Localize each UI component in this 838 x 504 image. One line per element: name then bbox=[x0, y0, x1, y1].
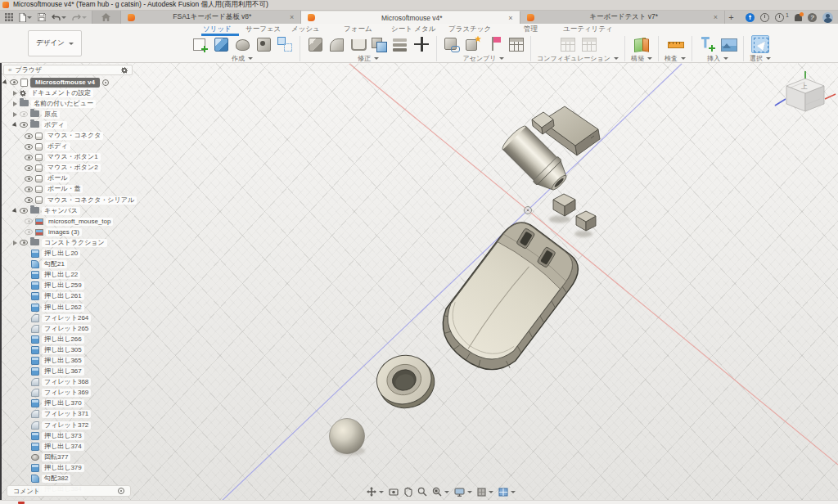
group-label-select[interactable]: 選択 bbox=[750, 54, 771, 63]
tab-mesh[interactable]: メッシュ bbox=[291, 25, 320, 34]
joint-origin-icon[interactable] bbox=[485, 35, 503, 53]
configuration-table-icon[interactable] bbox=[579, 35, 597, 53]
group-label-inspect[interactable]: 検査 bbox=[665, 54, 686, 63]
extrude-icon[interactable] bbox=[212, 35, 230, 53]
document-tab-fsa1[interactable]: FSA1キーボード基板 v8* × bbox=[121, 11, 301, 24]
expand-icon[interactable] bbox=[12, 208, 19, 214]
tree-item-canvas[interactable]: images (3) bbox=[3, 227, 133, 237]
tree-item-origin[interactable]: 原点 bbox=[3, 109, 133, 119]
feature-item[interactable]: 勾配382 bbox=[3, 473, 133, 484]
gear-icon[interactable] bbox=[121, 67, 128, 74]
user-avatar[interactable] bbox=[822, 12, 833, 23]
visibility-eye-icon[interactable] bbox=[20, 122, 28, 128]
move-copy-icon[interactable] bbox=[412, 35, 430, 53]
undo-button[interactable] bbox=[52, 14, 66, 21]
visibility-eye-icon[interactable] bbox=[25, 176, 33, 182]
tree-item-construction-folder[interactable]: コンストラクション bbox=[3, 237, 133, 248]
collapse-panel-icon[interactable]: « bbox=[8, 66, 11, 74]
feature-item[interactable]: フィレット265 bbox=[3, 323, 133, 334]
document-tab-keyboard-test[interactable]: キーボードテスト v7* × bbox=[520, 11, 725, 24]
feature-item[interactable]: 押し出し367 bbox=[3, 367, 133, 377]
save-icon[interactable] bbox=[38, 13, 46, 21]
close-tab-icon[interactable]: × bbox=[714, 13, 718, 21]
document-tab-microsoftmouse[interactable]: Microsoftmouse v4* × bbox=[301, 11, 520, 24]
visibility-eye-icon[interactable] bbox=[25, 229, 33, 235]
app-grid-icon[interactable] bbox=[5, 13, 13, 21]
press-pull-icon[interactable] bbox=[306, 35, 324, 53]
part-ball-lid[interactable] bbox=[372, 349, 440, 414]
new-component-icon[interactable] bbox=[443, 35, 461, 53]
group-label-assemble[interactable]: アセンブリ bbox=[463, 54, 505, 63]
offset-face-icon[interactable] bbox=[391, 35, 409, 53]
expand-icon[interactable] bbox=[12, 122, 19, 128]
feature-item[interactable]: 押し出し20 bbox=[3, 249, 133, 259]
create-sketch-icon[interactable] bbox=[191, 35, 209, 53]
visibility-eye-icon[interactable] bbox=[25, 144, 33, 150]
new-tab-button[interactable]: + bbox=[725, 11, 737, 24]
feature-item[interactable]: 押し出し373 bbox=[3, 430, 133, 441]
feature-item[interactable]: フィレット372 bbox=[3, 420, 133, 430]
part-mouse-body[interactable] bbox=[429, 214, 587, 385]
group-label-modify[interactable]: 修正 bbox=[358, 54, 379, 63]
feature-item[interactable]: 押し出し261 bbox=[3, 291, 133, 302]
configuration-icon[interactable] bbox=[558, 35, 576, 53]
close-tab-icon[interactable]: × bbox=[508, 14, 512, 22]
job-status-icon[interactable] bbox=[746, 13, 755, 22]
home-tab-button[interactable] bbox=[92, 11, 121, 24]
feature-item[interactable]: 押し出し305 bbox=[3, 344, 133, 355]
feature-item[interactable]: 押し出し259 bbox=[3, 281, 133, 291]
tree-item-canvases-folder[interactable]: キャンバス bbox=[3, 205, 133, 216]
part-mouse-button-2[interactable] bbox=[576, 211, 596, 231]
tab-form[interactable]: フォーム bbox=[344, 25, 372, 34]
tree-item-bodies-folder[interactable]: ボディ bbox=[3, 119, 133, 130]
feature-item[interactable]: フィレット368 bbox=[3, 377, 133, 388]
comment-bar[interactable]: コメント bbox=[7, 485, 131, 497]
display-settings-button[interactable] bbox=[454, 488, 472, 497]
tab-manage[interactable]: 管理 bbox=[524, 25, 538, 34]
feature-item[interactable]: 押し出し370 bbox=[3, 398, 133, 409]
visibility-eye-icon[interactable] bbox=[25, 187, 33, 192]
revolve-icon[interactable] bbox=[233, 35, 251, 53]
notification-bell-icon[interactable] bbox=[795, 14, 802, 21]
expand-icon[interactable] bbox=[13, 91, 17, 96]
expand-icon[interactable] bbox=[2, 79, 9, 86]
part-mouse-button-1[interactable] bbox=[553, 194, 575, 216]
feature-item[interactable]: 押し出し266 bbox=[3, 334, 133, 344]
comment-target-icon[interactable] bbox=[118, 488, 124, 494]
tree-item-body[interactable]: ボディ bbox=[3, 142, 133, 152]
visibility-eye-icon[interactable] bbox=[25, 133, 33, 139]
insert-canvas-icon[interactable] bbox=[698, 35, 716, 53]
tree-item-body[interactable]: マウス・ボタン2 bbox=[3, 163, 133, 173]
expand-icon[interactable] bbox=[13, 241, 17, 245]
visibility-eye-icon[interactable] bbox=[25, 165, 33, 171]
visibility-eye-icon[interactable] bbox=[25, 197, 33, 203]
feature-item[interactable]: 勾配21 bbox=[3, 259, 133, 270]
feature-item[interactable]: フィレット371 bbox=[3, 409, 133, 420]
feature-item[interactable]: フィレット369 bbox=[3, 388, 133, 398]
part-ball[interactable] bbox=[330, 419, 365, 454]
visibility-eye-icon[interactable] bbox=[20, 208, 28, 214]
group-label-configure[interactable]: コンフィギュレーション bbox=[537, 54, 619, 63]
tree-item-body[interactable]: ボール・蓋 bbox=[3, 184, 133, 195]
browser-header[interactable]: « ブラウザ bbox=[3, 65, 133, 75]
timeline-strip[interactable] bbox=[0, 500, 838, 504]
group-label-create[interactable]: 作成 bbox=[232, 54, 253, 63]
tab-utilities[interactable]: ユーティリティ bbox=[563, 25, 613, 34]
feature-item[interactable]: 押し出し379 bbox=[3, 462, 133, 473]
visibility-eye-icon[interactable] bbox=[20, 240, 28, 245]
expand-icon[interactable] bbox=[13, 112, 17, 117]
tree-item-canvas[interactable]: microsoft_mouse_top bbox=[3, 216, 133, 227]
feature-item[interactable]: 押し出し22 bbox=[3, 270, 133, 281]
tree-item-body[interactable]: マウス・ボタン1 bbox=[3, 152, 133, 163]
clock-badge-icon[interactable] bbox=[775, 13, 784, 22]
feature-item[interactable]: 回転377 bbox=[3, 452, 133, 462]
clock-icon[interactable] bbox=[760, 13, 769, 22]
file-menu-button[interactable] bbox=[19, 13, 32, 22]
zoom-icon[interactable] bbox=[417, 487, 427, 497]
measure-icon[interactable] bbox=[666, 35, 684, 53]
tree-item-body[interactable]: ボール bbox=[3, 173, 133, 184]
help-icon[interactable]: ? bbox=[808, 13, 817, 22]
group-label-insert[interactable]: 挿入 bbox=[707, 54, 728, 63]
bom-table-icon[interactable] bbox=[507, 35, 525, 53]
tree-item-root[interactable]: Microsoftmouse v4 bbox=[3, 77, 133, 88]
